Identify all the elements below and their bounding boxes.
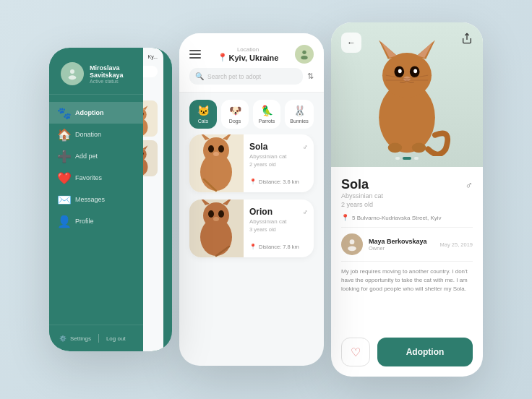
- detail-pet-name: Sola: [341, 177, 383, 192]
- donation-icon: 🏠: [59, 129, 69, 140]
- search-bar[interactable]: 🔍 Search pet to adopt: [189, 68, 303, 85]
- sidebar-user-name: Miroslava Savitskaya: [90, 64, 132, 79]
- category-dogs[interactable]: 🐶 Dogs: [221, 100, 249, 129]
- svg-point-15: [302, 51, 306, 54]
- phone-listing: Location 📍 Kyiv, Ukraine 🔍 Search pet to…: [179, 33, 324, 366]
- location-label: Location: [201, 46, 295, 53]
- search-row: 🔍 Search pet to adopt ⇅: [189, 68, 314, 85]
- sidebar-item-adoption[interactable]: 🐾 Adoption: [49, 102, 143, 124]
- svg-point-49: [388, 143, 402, 153]
- orion-pet-info: Orion ♂ Abyssinian cat 3 years old 📍 Dis…: [249, 200, 314, 257]
- owner-role: Owner: [369, 245, 427, 252]
- cats-icon: 🐱: [197, 105, 210, 116]
- detail-breed: Abyssinian cat: [341, 192, 383, 200]
- mini-location: Ky...: [148, 54, 158, 59]
- parrots-icon: 🦜: [261, 105, 273, 116]
- svg-marker-20: [223, 134, 233, 140]
- share-button[interactable]: [461, 33, 473, 46]
- category-bunnies[interactable]: 🐰 Bunnies: [285, 100, 314, 129]
- header-user-avatar[interactable]: [295, 45, 314, 64]
- sidebar-item-favorites[interactable]: ❤️ Favorites: [49, 167, 143, 189]
- profile-icon: 👤: [59, 216, 69, 226]
- detail-cat-image: [360, 30, 454, 156]
- back-button[interactable]: ←: [341, 33, 361, 53]
- dogs-icon: 🐶: [229, 105, 241, 116]
- adoption-button-label: Adoption: [406, 347, 445, 357]
- svg-point-50: [412, 143, 426, 153]
- orion-distance-pin-icon: 📍: [249, 244, 257, 250]
- orion-distance-value: Distance: 7.8 km: [259, 244, 299, 250]
- detail-age: 2 years old: [341, 201, 383, 208]
- sola-distance: 📍 Distance: 3.6 km: [249, 179, 308, 185]
- favorite-button[interactable]: ♡: [341, 338, 370, 366]
- orion-distance: 📍 Distance: 7.8 km: [249, 244, 308, 250]
- orion-gender-icon: ♂: [303, 208, 309, 216]
- svg-point-35: [382, 53, 432, 98]
- detail-content: Sola Abyssinian cat 2 years old ♂ 📍 5 Bu…: [331, 167, 483, 377]
- location-row: Location 📍 Kyiv, Ukraine: [189, 45, 314, 64]
- settings-link[interactable]: ⚙️ Settings: [59, 335, 91, 342]
- dot-1: [395, 157, 400, 160]
- sidebar-donation-label: Donation: [75, 131, 101, 138]
- sidebar-footer: ⚙️ Settings Log out: [49, 325, 143, 351]
- sidebar-item-profile[interactable]: 👤 Profile: [49, 210, 143, 232]
- pets-list: Sola ♂ Abyssinian cat 2 years old 📍 Dist…: [179, 134, 324, 366]
- svg-marker-19: [200, 134, 210, 140]
- sidebar-nav-overlay: Miroslava Savitskaya Active status 🐾 Ado…: [49, 48, 143, 351]
- sidebar-item-add-pet[interactable]: ➕ Add pet: [49, 145, 143, 167]
- svg-marker-28: [223, 200, 233, 205]
- hamburger-menu-icon[interactable]: [189, 50, 201, 59]
- messages-icon: ✉️: [59, 194, 69, 205]
- sidebar-user-status: Active status: [90, 79, 132, 84]
- sidebar-navigation: 🐾 Adoption 🏠 Donation ➕ Add pet ❤️ Favor…: [49, 95, 143, 325]
- cats-label: Cats: [198, 119, 208, 124]
- phone-sidebar: Ky... 🔍 Search pet to adopt 🐱 Cats 🐶 Dog…: [49, 48, 172, 351]
- bunnies-icon: 🐰: [293, 105, 306, 116]
- svg-point-43: [413, 69, 417, 73]
- settings-label: Settings: [70, 335, 91, 342]
- search-placeholder: Search pet to adopt: [207, 73, 261, 80]
- adoption-button[interactable]: Adoption: [377, 338, 473, 366]
- phone-detail: ←: [331, 22, 483, 377]
- svg-point-21: [208, 145, 214, 153]
- svg-point-29: [208, 210, 214, 218]
- dot-2-active: [403, 157, 411, 160]
- svg-marker-39: [418, 42, 433, 58]
- orion-breed: Abyssinian cat: [249, 218, 308, 225]
- detail-name-row: Sola Abyssinian cat 2 years old ♂: [341, 177, 473, 208]
- search-icon: 🔍: [195, 72, 204, 80]
- address-pin-icon: 📍: [341, 214, 349, 221]
- settings-gear-icon: ⚙️: [59, 335, 66, 342]
- category-parrots[interactable]: 🦜 Parrots: [253, 100, 280, 129]
- svg-point-23: [213, 152, 219, 156]
- detail-pet-meta: Abyssinian cat 2 years old: [341, 192, 383, 208]
- sola-breed: Abyssinian cat: [249, 153, 308, 160]
- svg-point-22: [218, 145, 224, 153]
- svg-point-14: [69, 75, 77, 80]
- filter-icon[interactable]: ⇅: [307, 72, 314, 81]
- sidebar-item-messages[interactable]: ✉️ Messages: [49, 189, 143, 210]
- pet-card-orion[interactable]: Orion ♂ Abyssinian cat 3 years old 📍 Dis…: [189, 200, 314, 257]
- logout-link[interactable]: Log out: [106, 335, 126, 342]
- sidebar-adoption-label: Adoption: [75, 109, 104, 116]
- svg-point-51: [350, 239, 355, 244]
- orion-name-row: Orion ♂: [249, 207, 308, 217]
- svg-marker-37: [381, 42, 396, 58]
- categories-row: 🐱 Cats 🐶 Dogs 🦜 Parrots 🐰 Bunnies: [179, 93, 324, 134]
- sidebar-user-info: Miroslava Savitskaya Active status: [90, 64, 132, 84]
- svg-point-52: [348, 246, 356, 252]
- svg-point-13: [70, 69, 74, 74]
- sidebar-header: Miroslava Savitskaya Active status: [49, 48, 143, 95]
- svg-point-26: [203, 202, 229, 228]
- image-dots: [395, 157, 419, 160]
- orion-cat-image: [189, 200, 244, 257]
- svg-point-31: [213, 217, 219, 221]
- location-center: Location 📍 Kyiv, Ukraine: [201, 46, 295, 62]
- pet-card-sola[interactable]: Sola ♂ Abyssinian cat 2 years old 📍 Dist…: [189, 134, 314, 192]
- sola-distance-value: Distance: 3.6 km: [259, 179, 299, 185]
- sidebar-item-donation[interactable]: 🏠 Donation: [49, 124, 143, 145]
- detail-address: 5 Bulvarno-Kudriavska Street, Kyiv: [352, 215, 442, 221]
- parrots-label: Parrots: [259, 119, 275, 124]
- location-city: Kyiv, Ukraine: [229, 53, 279, 62]
- category-cats[interactable]: 🐱 Cats: [189, 100, 217, 129]
